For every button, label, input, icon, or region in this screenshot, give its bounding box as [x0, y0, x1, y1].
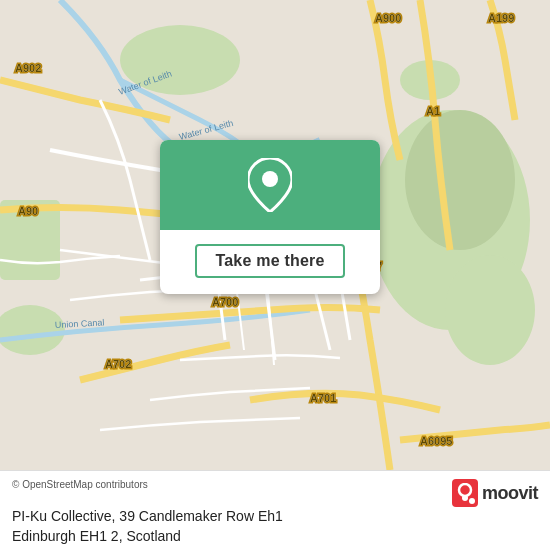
svg-text:A701: A701 — [310, 392, 336, 404]
moovit-label: moovit — [482, 483, 538, 504]
footer-top: © OpenStreetMap contributors moovit — [12, 479, 538, 507]
location-info: PI-Ku Collective, 39 Candlemaker Row Eh1… — [12, 507, 538, 546]
map-container: A902 A902 A900 A900 A199 A199 A90 A90 A1… — [0, 0, 550, 470]
svg-point-3 — [445, 255, 535, 365]
moovit-logo-icon — [452, 479, 478, 507]
footer: © OpenStreetMap contributors moovit PI-K… — [0, 470, 550, 550]
svg-text:A900: A900 — [375, 12, 401, 24]
svg-text:A90: A90 — [18, 205, 38, 217]
take-me-there-button[interactable]: Take me there — [195, 244, 344, 278]
moovit-logo: moovit — [452, 479, 538, 507]
location-name: PI-Ku Collective, 39 Candlemaker Row Eh1 — [12, 508, 283, 524]
pin-background — [160, 140, 380, 230]
svg-point-31 — [262, 171, 278, 187]
svg-text:A702: A702 — [105, 358, 131, 370]
svg-text:A6095: A6095 — [420, 435, 452, 447]
svg-point-2 — [405, 110, 515, 250]
location-pin-icon — [248, 158, 292, 212]
svg-point-33 — [462, 495, 468, 501]
location-address: Edinburgh EH1 2, Scotland — [12, 528, 181, 544]
svg-text:A1: A1 — [426, 105, 440, 117]
svg-text:A199: A199 — [488, 12, 514, 24]
svg-point-32 — [459, 484, 471, 496]
navigation-overlay: Take me there — [160, 140, 380, 294]
osm-credit: © OpenStreetMap contributors — [12, 479, 148, 490]
svg-text:A902: A902 — [15, 62, 41, 74]
svg-text:A700: A700 — [212, 296, 238, 308]
